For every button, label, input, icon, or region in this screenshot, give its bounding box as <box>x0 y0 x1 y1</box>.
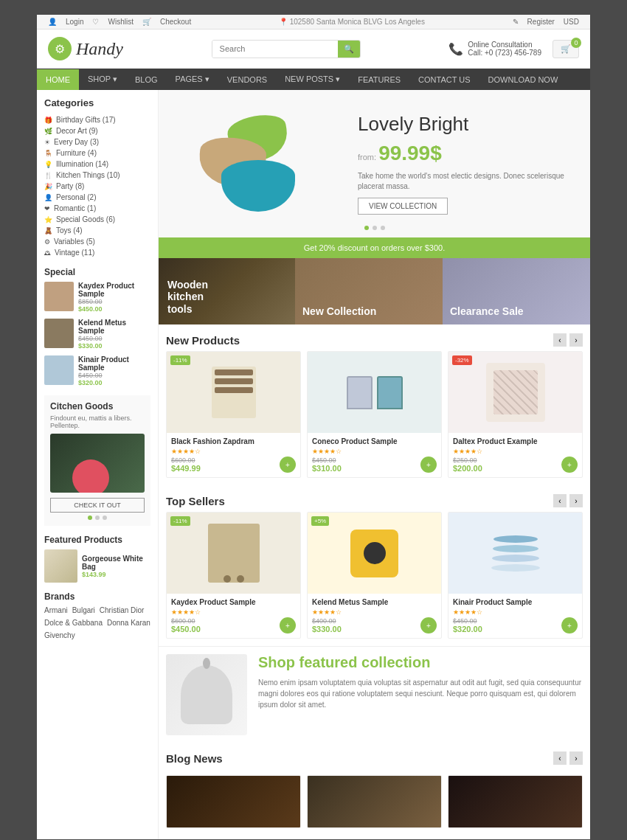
main-content-area: Lovely Bright from: 99.99$ Take home the… <box>159 90 590 839</box>
brand-donna-karan[interactable]: Donna Karan <box>107 619 150 627</box>
nav-item-features[interactable]: FEATURES <box>349 69 409 90</box>
personal-icon: 👤 <box>44 194 52 201</box>
nav-item-vendors[interactable]: VENDORS <box>218 69 276 90</box>
seller-price-row-1: $600.00 $450.00 <box>171 617 296 634</box>
add-cart-seller-1[interactable]: + <box>280 617 296 634</box>
product-visual-1 <box>212 367 256 418</box>
hero-description: Take home the world's most electic desig… <box>358 171 575 192</box>
nav-item-download[interactable]: DOWNLOAD NOW <box>479 69 567 90</box>
seller-info-2: Kelend Metus Sample ★★★★☆ $400.00 $330.0… <box>308 594 441 638</box>
blog-header: Blog News ‹ › <box>166 743 583 769</box>
top-sellers-prev[interactable]: ‹ <box>553 494 567 507</box>
sidebar-cat-personal[interactable]: 👤Personal (2) <box>44 192 150 203</box>
nav-item-blog[interactable]: BLOG <box>126 69 167 90</box>
login-link[interactable]: Login <box>66 18 83 26</box>
sidebar-cat-toys[interactable]: 🧸Toys (4) <box>44 225 150 236</box>
brand-armani[interactable]: Armani <box>44 606 68 614</box>
brands-section: Brands Armani Bulgari Christian Dior Dol… <box>44 591 150 639</box>
sidebar-cat-party[interactable]: 🎉Party (8) <box>44 181 150 192</box>
special-item-3: Kinair ProductSample $450.00 $320.00 <box>44 355 150 386</box>
brand-givenchy[interactable]: Givenchy <box>44 631 75 639</box>
blog-prev[interactable]: ‹ <box>553 752 567 765</box>
brand-dolce[interactable]: Dolce & Gabbana <box>44 619 103 627</box>
seller-card-2: +5% Kelend Metus Sample ★★★★☆ <box>307 512 442 639</box>
sidebar-cat-birthday[interactable]: 🎁Birthday Gifts (17) <box>44 114 150 125</box>
blog-next[interactable]: › <box>569 752 583 765</box>
search-input[interactable] <box>212 41 338 58</box>
product-price-row-3: $250.00 $200.00 <box>453 457 578 473</box>
plate-1 <box>493 535 538 543</box>
seller-stars-2: ★★★★☆ <box>312 608 437 616</box>
add-cart-button-2[interactable]: + <box>420 457 437 473</box>
banner-clearance-text: Clearance Sale <box>443 298 531 324</box>
top-sellers-next[interactable]: › <box>569 494 583 507</box>
sidebar-cat-kitchen[interactable]: 🍴Kitchen Things (10) <box>44 170 150 181</box>
consultation-label: Online Consultation <box>468 41 541 49</box>
check-out-button[interactable]: CHECK IT OUT <box>50 498 145 513</box>
dot-1 <box>88 516 92 520</box>
sidebar-cat-furniture[interactable]: 🪑Furniture (4) <box>44 147 150 159</box>
brand-christian-dior[interactable]: Christian Dior <box>100 606 145 614</box>
cloche-visual <box>181 665 232 724</box>
special-info-1: Kaydex ProductSample $850.00 $450.00 <box>78 282 134 313</box>
checkout-link[interactable]: Checkout <box>160 18 191 26</box>
wooden-title: Woodenkitchentools <box>167 279 208 316</box>
hero-cta-button[interactable]: VIEW COLLECTION <box>358 198 448 215</box>
plates-visual <box>491 535 540 572</box>
register-link[interactable]: Register <box>527 18 555 26</box>
sidebar-featured-products: Featured Products Gorgeouse White Bag $1… <box>44 535 150 583</box>
hero-dot-1[interactable] <box>364 226 369 230</box>
cart-button[interactable]: 🛒 0 <box>552 40 579 58</box>
add-cart-button-3[interactable]: + <box>561 457 578 473</box>
new-products-next[interactable]: › <box>569 333 583 347</box>
sidebar-cat-romantic[interactable]: ❤Romantic (1) <box>44 203 150 214</box>
banner-wooden[interactable]: Woodenkitchentools <box>159 258 295 324</box>
sidebar-cat-everyday[interactable]: ☀Every Day (3) <box>44 136 150 147</box>
add-cart-seller-2[interactable]: + <box>420 617 437 634</box>
sidebar-cat-illumination[interactable]: 💡Illumination (14) <box>44 159 150 170</box>
decor-icon: 🌿 <box>44 128 52 135</box>
sidebar-cat-decor[interactable]: 🌿Decor Art (9) <box>44 125 150 136</box>
nav-item-home[interactable]: HOME <box>37 69 79 90</box>
product-name-1: Black Fashion Zapdram <box>171 437 296 445</box>
special-info-3: Kinair ProductSample $450.00 $320.00 <box>78 355 129 386</box>
hero-dot-3[interactable] <box>381 226 385 230</box>
register-icon: ✎ <box>513 18 519 26</box>
add-cart-seller-3[interactable]: + <box>561 617 578 634</box>
top-bar: 👤 Login ♡ Wishlist 🛒 Checkout 📍 102580 S… <box>37 15 590 29</box>
banner-clearance[interactable]: Clearance Sale <box>443 258 590 324</box>
user-icon: 👤 <box>48 18 57 26</box>
search-button[interactable]: 🔍 <box>338 41 360 58</box>
currency-selector[interactable]: USD <box>564 18 579 26</box>
nav-item-pages[interactable]: PAGES ▾ <box>167 69 218 90</box>
blog-title: Blog News <box>166 752 223 765</box>
consultation-phone: Call: +0 (723) 456-789 <box>468 49 541 57</box>
nav-item-shop[interactable]: SHOP ▾ <box>79 69 126 90</box>
sidebar-cat-special[interactable]: ⭐Special Goods (6) <box>44 214 150 225</box>
banner-new-collection[interactable]: New Collection <box>295 258 443 324</box>
blog-card-1[interactable] <box>166 775 301 828</box>
kitchen-icon: 🍴 <box>44 172 52 179</box>
brand-bulgari[interactable]: Bulgari <box>72 606 95 614</box>
nav-item-new-posts[interactable]: NEW POSTS ▾ <box>276 69 349 90</box>
everyday-icon: ☀ <box>44 139 50 146</box>
variables-icon: ⚙ <box>44 238 50 246</box>
nav-item-contact[interactable]: CONTACT US <box>409 69 479 90</box>
hero-dot-2[interactable] <box>373 226 377 230</box>
blog-card-3[interactable] <box>448 775 583 828</box>
wheel-1 <box>224 575 231 583</box>
hero-slider: Lovely Bright from: 99.99$ Take home the… <box>159 90 590 237</box>
seller-price-row-2: $400.00 $330.00 <box>312 617 437 634</box>
lamp-icon: 💡 <box>44 161 52 168</box>
sidebar-cat-vintage[interactable]: 🕰Vintage (11) <box>44 247 150 258</box>
plate-3 <box>492 555 539 562</box>
banner-new-text: New Collection <box>295 298 384 324</box>
logo[interactable]: ⚙ Handy <box>48 37 123 60</box>
add-cart-button-1[interactable]: + <box>280 457 296 473</box>
blog-section: Blog News ‹ › <box>159 743 590 839</box>
furniture-icon: 🪑 <box>44 150 52 157</box>
blog-card-2[interactable] <box>307 775 442 828</box>
wishlist-link[interactable]: Wishlist <box>108 18 133 26</box>
new-products-prev[interactable]: ‹ <box>553 333 567 347</box>
sidebar-cat-variables[interactable]: ⚙Variables (5) <box>44 236 150 247</box>
